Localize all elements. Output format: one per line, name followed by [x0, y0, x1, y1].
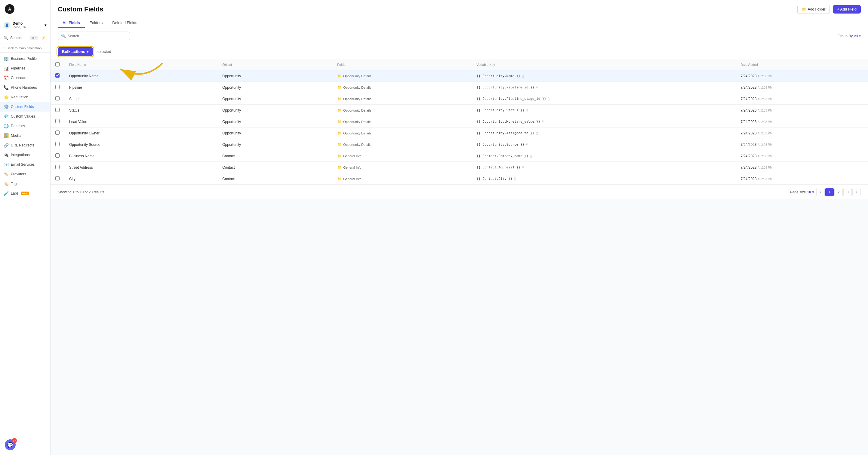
tab-deleted-fields[interactable]: Deleted Fields: [107, 18, 142, 28]
sidebar-item-label: Email Services: [11, 162, 35, 166]
data-table: Field Name Object Folder Variable Key Da…: [51, 59, 868, 185]
copy-icon[interactable]: ⎘: [514, 177, 516, 181]
tab-all-fields[interactable]: All Fields: [58, 18, 85, 28]
row-checkbox[interactable]: [55, 153, 60, 158]
add-folder-button[interactable]: 📁 Add Folder: [797, 5, 830, 14]
search-bar[interactable]: 🔍 Search ⌘K ⚡: [0, 32, 50, 44]
sidebar-item-integrations[interactable]: 🔌 Integrations: [0, 150, 50, 160]
row-date: 7/24/2023 At 2:03 PM: [736, 93, 868, 105]
sidebar-logo: A: [0, 0, 50, 18]
row-checkbox[interactable]: [55, 176, 60, 180]
sidebar-nav: 🏢 Business Profile 📊 Pipelines 📅 Calenda…: [0, 53, 50, 437]
row-variable: {{ Opportunity.Status }} ⎘: [472, 105, 736, 116]
sidebar-item-label: Media: [11, 133, 21, 138]
folder-name: Opportunity Details: [343, 86, 371, 89]
copy-icon[interactable]: ⎘: [522, 165, 524, 170]
folder-icon: 📁: [337, 85, 342, 90]
row-checkbox[interactable]: [55, 85, 60, 89]
row-date: 7/24/2023 At 2:03 PM: [736, 82, 868, 93]
folder-name: Opportunity Details: [343, 131, 371, 135]
sidebar-item-url-redirects[interactable]: 🔗 URL Redirects: [0, 141, 50, 150]
sidebar-item-reputation[interactable]: ⭐ Reputation: [0, 92, 50, 102]
sidebar-item-custom-fields[interactable]: ⚙️ Custom Fields: [0, 102, 50, 112]
row-checkbox[interactable]: [55, 108, 60, 112]
sidebar-item-label: Integrations: [11, 153, 30, 157]
copy-icon[interactable]: ⎘: [522, 74, 524, 78]
tab-deleted-fields-label: Deleted Fields: [112, 21, 137, 25]
row-checkbox[interactable]: [55, 165, 60, 169]
sidebar: A 👤 Demo Irvine, CA ▾ 🔍 Search ⌘K ⚡ ‹ Ba…: [0, 0, 51, 455]
sidebar-item-media[interactable]: 🖼️ Media: [0, 131, 50, 141]
pagination-bar: Showing 1 to 10 of 23 results Page size …: [51, 185, 868, 200]
tab-folders[interactable]: Folders: [85, 18, 107, 28]
sidebar-item-custom-values[interactable]: 💎 Custom Values: [0, 112, 50, 121]
header-top: Custom Fields 📁 Add Folder + Add Field: [58, 5, 861, 14]
row-checkbox[interactable]: [55, 73, 60, 78]
add-field-button[interactable]: + Add Field: [833, 5, 861, 13]
page-1-button[interactable]: 1: [825, 188, 834, 196]
next-page-button[interactable]: ›: [852, 188, 861, 196]
bulk-actions-button[interactable]: Bulk actions ▾: [58, 47, 93, 56]
group-by-value[interactable]: All ▾: [854, 34, 861, 38]
back-to-navigation[interactable]: ‹ Back to main navigation: [0, 44, 50, 53]
row-checkbox[interactable]: [55, 130, 60, 135]
row-field-name: Opportunity Owner: [64, 127, 217, 139]
sidebar-item-pipelines[interactable]: 📊 Pipelines: [0, 63, 50, 73]
sidebar-item-email-services[interactable]: 📧 Email Services: [0, 160, 50, 169]
folder-name: General Info: [343, 166, 362, 169]
copy-icon[interactable]: ⎘: [536, 131, 538, 135]
copy-icon[interactable]: ⎘: [530, 154, 532, 158]
sidebar-item-calendars[interactable]: 📅 Calendars: [0, 73, 50, 83]
sidebar-item-label: Custom Fields: [11, 105, 34, 109]
sidebar-item-tags[interactable]: 🏷️ Tags: [0, 179, 50, 188]
row-object: Contact: [217, 162, 332, 173]
row-variable: {{ Opportunity.Pipeline_id }} ⎘: [472, 82, 736, 93]
copy-icon[interactable]: ⎘: [526, 143, 528, 147]
avatar: 👤: [4, 22, 10, 29]
page-2-button[interactable]: 2: [834, 188, 843, 196]
lightning-icon[interactable]: ⚡: [40, 35, 46, 41]
copy-icon[interactable]: ⎘: [542, 120, 544, 124]
row-date: 7/24/2023 At 2:03 PM: [736, 70, 868, 82]
sidebar-item-labs[interactable]: 🧪 Labs new: [0, 188, 50, 198]
sidebar-item-domains[interactable]: 🌐 Domains: [0, 121, 50, 131]
folder-icon: 📁: [337, 131, 342, 135]
sidebar-item-label: Providers: [11, 172, 26, 176]
row-field-name: Opportunity Source: [64, 139, 217, 150]
search-box[interactable]: 🔍: [58, 32, 130, 40]
bulk-actions-label: Bulk actions: [62, 49, 85, 54]
sidebar-item-business-profile[interactable]: 🏢 Business Profile: [0, 54, 50, 63]
reputation-icon: ⭐: [4, 95, 8, 99]
sidebar-item-phone-numbers[interactable]: 📞 Phone Numbers: [0, 83, 50, 92]
row-field-name: Status: [64, 105, 217, 116]
bulk-action-bar: Bulk actions ▾ selected: [51, 44, 868, 59]
copy-icon[interactable]: ⎘: [526, 108, 528, 113]
row-checkbox[interactable]: [55, 96, 60, 100]
row-time: At 2:03 PM: [757, 120, 772, 124]
sidebar-item-providers[interactable]: 🏷️ Providers: [0, 169, 50, 179]
copy-icon[interactable]: ⎘: [536, 85, 538, 90]
chat-widget[interactable]: 💬 17: [5, 439, 16, 450]
page-3-button[interactable]: 3: [843, 188, 852, 196]
row-date: 7/24/2023 At 2:03 PM: [736, 116, 868, 127]
account-switcher[interactable]: 👤 Demo Irvine, CA ▾: [0, 18, 50, 32]
pipelines-icon: 📊: [4, 66, 8, 71]
row-time: At 2:03 PM: [757, 109, 772, 112]
account-text: Demo Irvine, CA: [12, 21, 26, 29]
page-size-value[interactable]: 10 ▾: [807, 190, 814, 194]
row-time: At 2:03 PM: [757, 143, 772, 147]
copy-icon[interactable]: ⎘: [548, 97, 550, 101]
header-actions: 📁 Add Folder + Add Field: [797, 5, 861, 14]
select-all-checkbox[interactable]: [55, 62, 60, 66]
account-location: Irvine, CA: [12, 26, 26, 29]
folder-icon: 📁: [337, 108, 342, 113]
search-input[interactable]: [68, 34, 127, 38]
folder-name: Opportunity Details: [343, 97, 371, 101]
prev-page-button[interactable]: ‹: [816, 188, 825, 196]
row-checkbox[interactable]: [55, 142, 60, 146]
row-checkbox[interactable]: [55, 119, 60, 123]
row-folder: 📁 General Info: [332, 150, 472, 162]
row-object: Opportunity: [217, 93, 332, 105]
row-object: Opportunity: [217, 116, 332, 127]
row-field-name: City: [64, 173, 217, 185]
